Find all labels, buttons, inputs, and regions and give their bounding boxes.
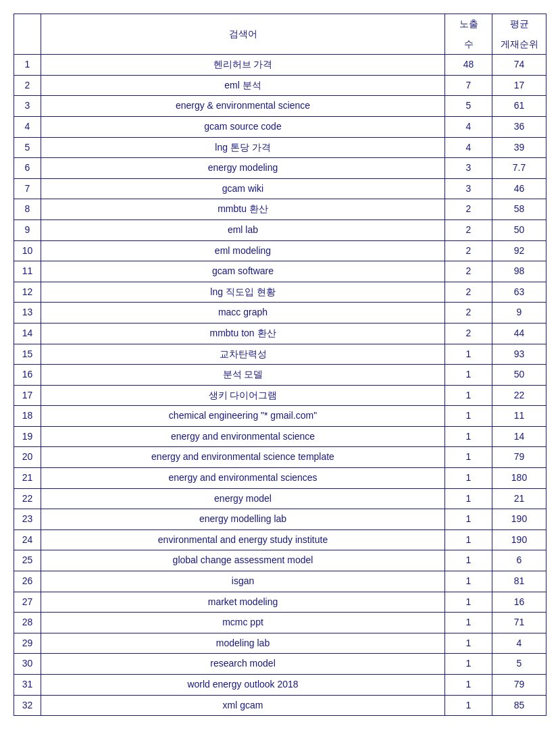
cell-rank: 44 [492, 323, 546, 344]
cell-keyword: environmental and energy study institute [41, 529, 445, 550]
cell-keyword: chemical engineering "* gmail.com" [41, 406, 445, 427]
cell-index: 22 [14, 488, 41, 509]
table-row: 17생키 다이어그램122 [14, 385, 546, 406]
cell-rank: 81 [492, 571, 546, 592]
cell-exposure: 1 [445, 468, 492, 489]
cell-rank: 21 [492, 488, 546, 509]
cell-exposure: 5 [445, 96, 492, 117]
table-row: 14mmbtu ton 환산244 [14, 323, 546, 344]
cell-exposure: 7 [445, 75, 492, 96]
table-row: 11gcam software298 [14, 261, 546, 282]
cell-rank: 71 [492, 613, 546, 633]
cell-rank: 180 [492, 468, 546, 489]
cell-exposure: 1 [445, 488, 492, 509]
cell-index: 23 [14, 509, 41, 530]
table-row: 10eml modeling292 [14, 240, 546, 261]
cell-index: 11 [14, 261, 41, 282]
cell-keyword: eml lab [41, 219, 445, 240]
cell-exposure: 1 [445, 509, 492, 530]
table-row: 23energy modelling lab1190 [14, 509, 546, 530]
cell-keyword: mmbtu ton 환산 [41, 323, 445, 344]
table-body: 1헨리허브 가격48742eml 분석7173energy & environm… [14, 55, 546, 716]
cell-index: 1 [14, 55, 41, 76]
cell-rank: 79 [492, 675, 546, 696]
cell-keyword: world energy outlook 2018 [41, 675, 445, 696]
cell-exposure: 2 [445, 240, 492, 261]
cell-exposure: 1 [445, 633, 492, 654]
cell-exposure: 1 [445, 613, 492, 633]
cell-rank: 74 [492, 55, 546, 76]
cell-keyword: energy model [41, 488, 445, 509]
cell-index: 10 [14, 240, 41, 261]
table-row: 21energy and environmental sciences1180 [14, 468, 546, 489]
cell-rank: 14 [492, 426, 546, 447]
cell-keyword: research model [41, 654, 445, 675]
table-row: 16분석 모델150 [14, 365, 546, 386]
cell-rank: 22 [492, 385, 546, 406]
cell-rank: 39 [492, 137, 546, 158]
cell-rank: 190 [492, 509, 546, 530]
cell-rank: 79 [492, 447, 546, 468]
table-row: 25global change assessment model16 [14, 550, 546, 571]
cell-keyword: gcam source code [41, 116, 445, 137]
cell-rank: 46 [492, 178, 546, 199]
cell-index: 17 [14, 385, 41, 406]
cell-exposure: 1 [445, 695, 492, 716]
cell-rank: 36 [492, 116, 546, 137]
cell-index: 32 [14, 695, 41, 716]
table-row: 6energy modeling37.7 [14, 158, 546, 179]
cell-keyword: modeling lab [41, 633, 445, 654]
cell-rank: 4 [492, 633, 546, 654]
cell-rank: 50 [492, 365, 546, 386]
cell-index: 12 [14, 282, 41, 303]
cell-index: 6 [14, 158, 41, 179]
cell-rank: 11 [492, 406, 546, 427]
cell-index: 15 [14, 344, 41, 365]
table-row: 1헨리허브 가격4874 [14, 55, 546, 76]
cell-exposure: 1 [445, 344, 492, 365]
cell-keyword: energy modeling [41, 158, 445, 179]
cell-index: 7 [14, 178, 41, 199]
table-row: 29modeling lab14 [14, 633, 546, 654]
cell-exposure: 1 [445, 654, 492, 675]
cell-exposure: 1 [445, 571, 492, 592]
cell-keyword: 생키 다이어그램 [41, 385, 445, 406]
table-row: 2eml 분석717 [14, 75, 546, 96]
cell-exposure: 3 [445, 178, 492, 199]
table-row: 30research model15 [14, 654, 546, 675]
table-row: 8mmbtu 환산258 [14, 199, 546, 220]
table-row: 15교차탄력성193 [14, 344, 546, 365]
table-row: 31world energy outlook 2018179 [14, 675, 546, 696]
table-row: 26isgan181 [14, 571, 546, 592]
th-keyword: 검색어 [41, 14, 445, 55]
table-row: 7gcam wiki346 [14, 178, 546, 199]
cell-keyword: xml gcam [41, 695, 445, 716]
cell-rank: 6 [492, 550, 546, 571]
cell-keyword: 헨리허브 가격 [41, 55, 445, 76]
cell-keyword: energy and environmental sciences [41, 468, 445, 489]
cell-index: 29 [14, 633, 41, 654]
cell-keyword: isgan [41, 571, 445, 592]
table-row: 4gcam source code436 [14, 116, 546, 137]
cell-rank: 50 [492, 219, 546, 240]
cell-keyword: global change assessment model [41, 550, 445, 571]
table-row: 19energy and environmental science114 [14, 426, 546, 447]
cell-keyword: 교차탄력성 [41, 344, 445, 365]
cell-exposure: 1 [445, 529, 492, 550]
cell-rank: 63 [492, 282, 546, 303]
cell-keyword: gcam software [41, 261, 445, 282]
cell-exposure: 1 [445, 385, 492, 406]
cell-index: 26 [14, 571, 41, 592]
cell-index: 28 [14, 613, 41, 633]
cell-keyword: eml 분석 [41, 75, 445, 96]
cell-rank: 58 [492, 199, 546, 220]
cell-exposure: 1 [445, 447, 492, 468]
cell-exposure: 1 [445, 675, 492, 696]
table-row: 5lng 톤당 가격439 [14, 137, 546, 158]
cell-keyword: 분석 모델 [41, 365, 445, 386]
cell-index: 9 [14, 219, 41, 240]
cell-index: 14 [14, 323, 41, 344]
th-rank-line2: 게재순위 [492, 34, 546, 55]
cell-rank: 93 [492, 344, 546, 365]
cell-rank: 85 [492, 695, 546, 716]
